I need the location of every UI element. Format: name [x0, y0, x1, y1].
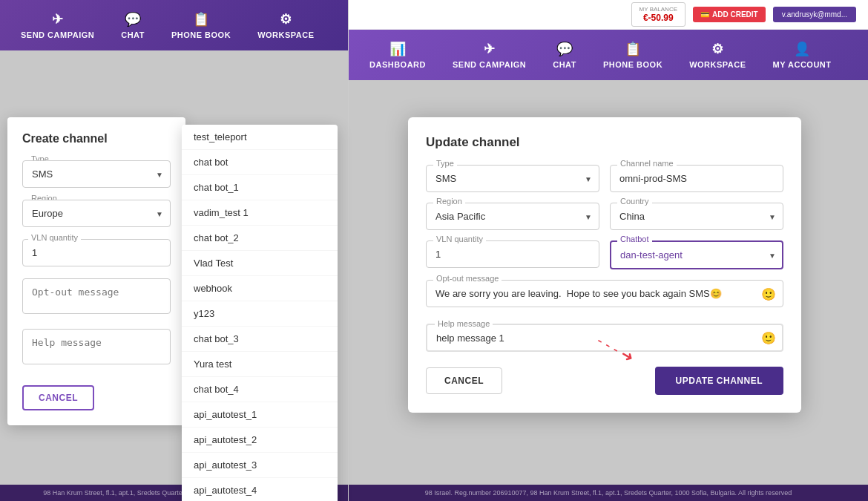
nav-workspace-right[interactable]: ⚙ WORKSPACE: [676, 35, 759, 75]
right-footer: 98 Israel. Reg.number 206910077, 98 Han …: [349, 485, 868, 501]
list-item[interactable]: Vlad Test: [182, 251, 338, 276]
list-item[interactable]: Yura test: [182, 352, 338, 377]
modal-country-select[interactable]: China: [610, 203, 783, 230]
list-item[interactable]: api_autotest_2: [182, 428, 338, 453]
modal-country-label: Country: [617, 197, 652, 206]
right-footer-text: 98 Israel. Reg.number 206910077, 98 Han …: [425, 489, 792, 497]
nav-send-campaign-label-right: SEND CAMPAIGN: [453, 60, 526, 69]
update-channel-modal: Update channel Type SMS Channel name: [408, 117, 801, 413]
nav-send-campaign[interactable]: ✈ SEND CAMPAIGN: [7, 5, 108, 45]
cancel-button-left[interactable]: CANCEL: [22, 385, 94, 410]
nav-send-campaign-label: SEND CAMPAIGN: [21, 30, 94, 39]
list-item[interactable]: api_autotest_1: [182, 402, 338, 428]
modal-opt-out-label: Opt-out message: [433, 274, 502, 283]
nav-chat-label-right: CHAT: [553, 60, 576, 69]
nav-chat-label: CHAT: [121, 30, 145, 39]
nav-workspace-label: WORKSPACE: [257, 30, 314, 39]
nav-chat-right[interactable]: 💬 CHAT: [539, 35, 590, 75]
vln-input[interactable]: [22, 239, 171, 266]
chat-icon: 💬: [125, 11, 142, 27]
create-channel-title: Create channel: [22, 132, 171, 145]
modal-region-select[interactable]: Asia Pacific: [426, 203, 599, 230]
region-select[interactable]: Europe: [22, 200, 171, 227]
phone-book-icon: 📋: [193, 11, 210, 27]
add-credit-icon: 💳: [700, 10, 709, 19]
nav-phone-book-right[interactable]: 📋 PHONE BOOK: [590, 35, 676, 75]
opt-out-input[interactable]: [22, 278, 171, 314]
modal-vln-input[interactable]: [426, 240, 599, 268]
workspace-icon-right: ⚙: [711, 41, 724, 57]
phone-book-icon-right: 📋: [625, 41, 642, 57]
help-msg-field: [22, 329, 171, 367]
cancel-button-right[interactable]: CANCEL: [426, 367, 502, 394]
balance-box: MY BALANCE €-50.99: [631, 2, 685, 27]
right-navigation: 📊 DASHBOARD ✈ SEND CAMPAIGN 💬 CHAT 📋 PHO…: [349, 30, 868, 80]
help-msg-input[interactable]: [22, 329, 171, 364]
chatbot-dropdown-list: test_teleport chat bot chat bot_1 vadim_…: [182, 125, 338, 501]
list-item[interactable]: chat bot_3: [182, 327, 338, 352]
nav-dashboard[interactable]: 📊 DASHBOARD: [356, 35, 439, 75]
modal-opt-out-input[interactable]: [426, 280, 783, 307]
nav-workspace[interactable]: ⚙ WORKSPACE: [244, 5, 327, 45]
opt-out-emoji-button[interactable]: 🙂: [761, 286, 776, 301]
list-item[interactable]: chat bot_4: [182, 377, 338, 402]
list-item[interactable]: vadim_test 1: [182, 200, 338, 226]
balance-label: MY BALANCE: [640, 6, 677, 13]
modal-vln-label: VLN quantity: [433, 235, 486, 243]
modal-type-label: Type: [433, 159, 457, 168]
list-item[interactable]: test_teleport: [182, 125, 338, 150]
nav-my-account-label: MY ACCOUNT: [773, 60, 832, 69]
balance-amount: €-50.99: [640, 13, 677, 23]
list-item[interactable]: chat bot: [182, 150, 338, 175]
modal-form: Type SMS Channel name Region: [426, 165, 783, 352]
nav-phone-book[interactable]: 📋 PHONE BOOK: [158, 5, 244, 45]
workspace-icon: ⚙: [280, 11, 292, 27]
left-content: Create channel Type SMS Region Europe: [0, 50, 348, 485]
update-channel-button[interactable]: UPDATE CHANNEL: [655, 367, 783, 395]
create-channel-modal: Create channel Type SMS Region Europe: [7, 117, 185, 425]
list-item[interactable]: chat bot_1: [182, 175, 338, 200]
add-credit-button[interactable]: 💳 ADD CREDIT: [693, 7, 766, 22]
modal-chatbot-field: Chatbot dan-test-agent: [610, 240, 783, 269]
list-item[interactable]: api_autotest_4: [182, 478, 338, 501]
send-campaign-icon: ✈: [52, 11, 64, 27]
vln-label: VLN quantity: [28, 233, 81, 242]
modal-channel-name-input[interactable]: [610, 165, 783, 192]
modal-region-field: Region Asia Pacific: [426, 203, 599, 230]
nav-dashboard-label: DASHBOARD: [369, 60, 426, 69]
modal-country-field: Country China: [610, 203, 783, 230]
modal-opt-out-field: Opt-out message 🙂: [426, 280, 783, 307]
right-content: Update channel Type SMS Channel name: [349, 80, 868, 485]
right-panel: MY BALANCE €-50.99 💳 ADD CREDIT v.andrus…: [349, 0, 868, 501]
list-item[interactable]: webhook: [182, 276, 338, 301]
update-channel-title: Update channel: [426, 135, 783, 150]
left-panel: ✈ SEND CAMPAIGN 💬 CHAT 📋 PHONE BOOK ⚙ WO…: [0, 0, 349, 501]
nav-send-campaign-right[interactable]: ✈ SEND CAMPAIGN: [439, 35, 539, 75]
nav-chat[interactable]: 💬 CHAT: [108, 5, 158, 45]
modal-type-select[interactable]: SMS: [426, 165, 599, 192]
region-field: Region Europe: [22, 200, 171, 227]
top-bar: MY BALANCE €-50.99 💳 ADD CREDIT v.andrus…: [349, 0, 868, 30]
list-item[interactable]: y123: [182, 301, 338, 327]
list-item[interactable]: api_autotest_3: [182, 453, 338, 478]
opt-out-field: [22, 278, 171, 317]
modal-channel-name-label: Channel name: [617, 159, 677, 168]
user-label: v.andrusyk@mmd...: [782, 10, 847, 19]
send-campaign-icon-right: ✈: [484, 41, 496, 57]
nav-phone-book-label-right: PHONE BOOK: [603, 60, 662, 69]
modal-chatbot-select[interactable]: dan-test-agent: [610, 240, 783, 269]
nav-workspace-label-right: WORKSPACE: [689, 60, 746, 69]
modal-vln-field: VLN quantity: [426, 240, 599, 269]
modal-help-label: Help message: [435, 319, 493, 328]
nav-my-account[interactable]: 👤 MY ACCOUNT: [760, 35, 845, 75]
modal-region-label: Region: [433, 197, 465, 206]
help-emoji-button[interactable]: 🙂: [761, 331, 776, 345]
modal-type-field: Type SMS: [426, 165, 599, 192]
list-item[interactable]: chat bot_2: [182, 226, 338, 251]
user-menu[interactable]: v.andrusyk@mmd...: [773, 7, 856, 22]
modal-chatbot-label: Chatbot: [617, 235, 652, 243]
type-select[interactable]: SMS: [22, 160, 171, 188]
modal-footer: CANCEL - - - ➜ UPDATE CHANNEL: [426, 367, 783, 395]
chat-icon-right: 💬: [556, 41, 573, 57]
dashboard-icon: 📊: [389, 41, 407, 57]
